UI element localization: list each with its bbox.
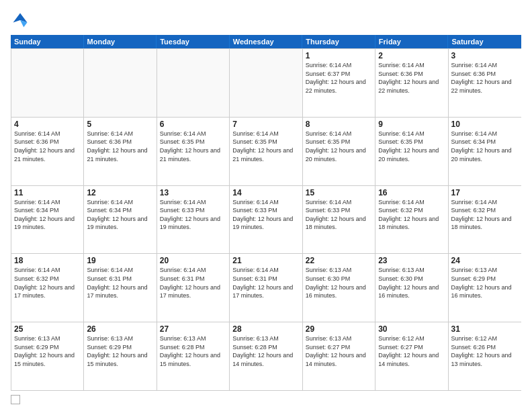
sun-info: Sunrise: 6:13 AMSunset: 6:28 PMDaylight:… [160, 334, 226, 368]
calendar-cell: 1Sunrise: 6:14 AMSunset: 6:37 PMDaylight… [303, 49, 375, 117]
calendar-header: SundayMondayTuesdayWednesdayThursdayFrid… [11, 35, 521, 48]
logo [11, 11, 32, 30]
calendar-cell: 3Sunrise: 6:14 AMSunset: 6:36 PMDaylight… [449, 49, 521, 117]
calendar-row: 4Sunrise: 6:14 AMSunset: 6:36 PMDaylight… [11, 117, 521, 185]
calendar-header-cell: Thursday [302, 35, 375, 48]
day-number: 26 [87, 324, 153, 334]
calendar-cell: 12Sunrise: 6:14 AMSunset: 6:34 PMDayligh… [84, 186, 157, 254]
calendar-cell: 29Sunrise: 6:13 AMSunset: 6:27 PMDayligh… [303, 322, 375, 390]
sun-info: Sunrise: 6:14 AMSunset: 6:36 PMDaylight:… [14, 130, 81, 163]
calendar-cell: 26Sunrise: 6:13 AMSunset: 6:29 PMDayligh… [84, 322, 157, 390]
calendar-cell [157, 49, 230, 117]
day-number: 27 [160, 324, 226, 334]
calendar-cell [84, 49, 157, 117]
calendar-cell [11, 49, 84, 117]
day-number: 2 [378, 51, 445, 60]
calendar-cell: 10Sunrise: 6:14 AMSunset: 6:34 PMDayligh… [449, 118, 521, 185]
calendar-cell: 25Sunrise: 6:13 AMSunset: 6:29 PMDayligh… [11, 322, 84, 390]
calendar-cell: 23Sunrise: 6:13 AMSunset: 6:30 PMDayligh… [375, 254, 448, 322]
sun-info: Sunrise: 6:14 AMSunset: 6:36 PMDaylight:… [378, 61, 445, 95]
day-number: 28 [232, 324, 299, 334]
day-number: 30 [378, 324, 445, 334]
calendar-header-cell: Sunday [11, 35, 84, 48]
day-number: 8 [306, 120, 372, 129]
day-number: 21 [232, 256, 299, 265]
day-number: 23 [378, 256, 445, 265]
calendar-cell: 7Sunrise: 6:14 AMSunset: 6:35 PMDaylight… [230, 118, 302, 185]
sun-info: Sunrise: 6:12 AMSunset: 6:26 PMDaylight:… [451, 334, 519, 368]
day-number: 7 [232, 120, 299, 129]
svg-marker-0 [13, 13, 28, 23]
sun-info: Sunrise: 6:13 AMSunset: 6:30 PMDaylight:… [378, 266, 445, 300]
calendar-cell: 16Sunrise: 6:14 AMSunset: 6:32 PMDayligh… [375, 186, 448, 254]
calendar-cell [230, 49, 302, 117]
day-number: 31 [451, 324, 519, 334]
sun-info: Sunrise: 6:14 AMSunset: 6:34 PMDaylight:… [451, 130, 519, 163]
calendar-cell: 18Sunrise: 6:14 AMSunset: 6:32 PMDayligh… [11, 254, 84, 322]
sun-info: Sunrise: 6:14 AMSunset: 6:33 PMDaylight:… [306, 198, 372, 232]
logo-icon [11, 11, 30, 30]
calendar-cell: 24Sunrise: 6:13 AMSunset: 6:29 PMDayligh… [449, 254, 521, 322]
day-number: 9 [378, 120, 445, 129]
sun-info: Sunrise: 6:14 AMSunset: 6:33 PMDaylight:… [160, 198, 226, 232]
sun-info: Sunrise: 6:14 AMSunset: 6:35 PMDaylight:… [306, 130, 372, 163]
day-number: 17 [451, 188, 519, 197]
sun-info: Sunrise: 6:14 AMSunset: 6:35 PMDaylight:… [232, 130, 299, 163]
calendar-cell: 14Sunrise: 6:14 AMSunset: 6:33 PMDayligh… [230, 186, 302, 254]
sun-info: Sunrise: 6:13 AMSunset: 6:30 PMDaylight:… [306, 266, 372, 300]
calendar-header-cell: Wednesday [230, 35, 303, 48]
calendar: SundayMondayTuesdayWednesdayThursdayFrid… [11, 35, 521, 391]
calendar-row: 11Sunrise: 6:14 AMSunset: 6:34 PMDayligh… [11, 185, 521, 254]
day-number: 1 [306, 51, 372, 60]
calendar-cell: 28Sunrise: 6:13 AMSunset: 6:28 PMDayligh… [230, 322, 302, 390]
day-number: 29 [306, 324, 372, 334]
day-number: 22 [306, 256, 372, 265]
sun-info: Sunrise: 6:13 AMSunset: 6:28 PMDaylight:… [232, 334, 299, 368]
calendar-cell: 19Sunrise: 6:14 AMSunset: 6:31 PMDayligh… [84, 254, 157, 322]
sun-info: Sunrise: 6:14 AMSunset: 6:36 PMDaylight:… [87, 130, 153, 163]
day-number: 24 [451, 256, 519, 265]
sun-info: Sunrise: 6:13 AMSunset: 6:29 PMDaylight:… [87, 334, 153, 368]
day-number: 16 [378, 188, 445, 197]
calendar-cell: 30Sunrise: 6:12 AMSunset: 6:27 PMDayligh… [375, 322, 448, 390]
sun-info: Sunrise: 6:12 AMSunset: 6:27 PMDaylight:… [378, 334, 445, 368]
page-header [11, 11, 521, 30]
sun-info: Sunrise: 6:14 AMSunset: 6:31 PMDaylight:… [87, 266, 153, 300]
calendar-cell: 31Sunrise: 6:12 AMSunset: 6:26 PMDayligh… [449, 322, 521, 390]
day-number: 6 [160, 120, 226, 129]
calendar-cell: 5Sunrise: 6:14 AMSunset: 6:36 PMDaylight… [84, 118, 157, 185]
day-number: 10 [451, 120, 519, 129]
day-number: 14 [232, 188, 299, 197]
legend-box [11, 395, 20, 404]
sun-info: Sunrise: 6:14 AMSunset: 6:34 PMDaylight:… [14, 198, 81, 232]
sun-info: Sunrise: 6:13 AMSunset: 6:29 PMDaylight:… [14, 334, 81, 368]
day-number: 5 [87, 120, 153, 129]
calendar-cell: 11Sunrise: 6:14 AMSunset: 6:34 PMDayligh… [11, 186, 84, 254]
sun-info: Sunrise: 6:14 AMSunset: 6:31 PMDaylight:… [232, 266, 299, 300]
day-number: 15 [306, 188, 372, 197]
calendar-cell: 9Sunrise: 6:14 AMSunset: 6:35 PMDaylight… [375, 118, 448, 185]
calendar-cell: 13Sunrise: 6:14 AMSunset: 6:33 PMDayligh… [157, 186, 230, 254]
calendar-row: 1Sunrise: 6:14 AMSunset: 6:37 PMDaylight… [11, 48, 521, 117]
sun-info: Sunrise: 6:14 AMSunset: 6:34 PMDaylight:… [87, 198, 153, 232]
day-number: 12 [87, 188, 153, 197]
calendar-cell: 4Sunrise: 6:14 AMSunset: 6:36 PMDaylight… [11, 118, 84, 185]
day-number: 18 [14, 256, 81, 265]
sun-info: Sunrise: 6:14 AMSunset: 6:31 PMDaylight:… [160, 266, 226, 300]
day-number: 3 [451, 51, 519, 60]
calendar-header-cell: Tuesday [157, 35, 230, 48]
sun-info: Sunrise: 6:13 AMSunset: 6:29 PMDaylight:… [451, 266, 519, 300]
legend [11, 395, 521, 404]
day-number: 25 [14, 324, 81, 334]
sun-info: Sunrise: 6:14 AMSunset: 6:36 PMDaylight:… [451, 61, 519, 95]
sun-info: Sunrise: 6:14 AMSunset: 6:32 PMDaylight:… [14, 266, 81, 300]
sun-info: Sunrise: 6:13 AMSunset: 6:27 PMDaylight:… [306, 334, 372, 368]
calendar-cell: 17Sunrise: 6:14 AMSunset: 6:32 PMDayligh… [449, 186, 521, 254]
calendar-cell: 27Sunrise: 6:13 AMSunset: 6:28 PMDayligh… [157, 322, 230, 390]
calendar-page: SundayMondayTuesdayWednesdayThursdayFrid… [0, 0, 532, 411]
calendar-cell: 6Sunrise: 6:14 AMSunset: 6:35 PMDaylight… [157, 118, 230, 185]
sun-info: Sunrise: 6:14 AMSunset: 6:32 PMDaylight:… [378, 198, 445, 232]
sun-info: Sunrise: 6:14 AMSunset: 6:33 PMDaylight:… [232, 198, 299, 232]
calendar-header-cell: Saturday [448, 35, 521, 48]
calendar-body: 1Sunrise: 6:14 AMSunset: 6:37 PMDaylight… [11, 48, 521, 391]
